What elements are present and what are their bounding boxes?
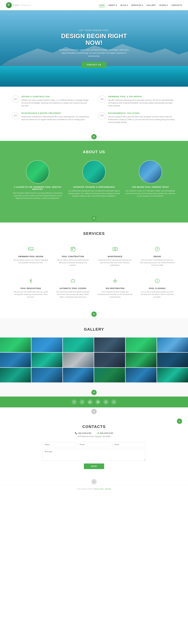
gallery-grid	[0, 338, 188, 382]
divider-arrow-1[interactable]: ▼	[91, 134, 97, 139]
service-title-1: SWIMMING POOL DESIGN	[13, 256, 48, 258]
service-item-5: POOL RENOVATIONS Has your pool seen bett…	[12, 274, 50, 301]
service-item-2: POOL CONSTRUCTION We are ready to bring …	[54, 242, 92, 270]
form-name-input[interactable]	[42, 442, 76, 447]
divider-arrow-2[interactable]: ▼	[91, 216, 97, 221]
feature-text-4: Are you looking to add a pool and spa to…	[108, 116, 176, 124]
form-phone-input[interactable]	[78, 442, 110, 447]
divider-arrow-3[interactable]: ▼	[91, 312, 97, 317]
gallery-section: GALLERY	[0, 318, 188, 388]
gallery-item-6[interactable]	[157, 338, 188, 352]
gallery-item-10[interactable]	[94, 352, 125, 367]
service-text-5: Has your pool seen better days? We can u…	[13, 291, 48, 298]
about-item-2: SUPERIOR TRAINING & PERFORMANCE Our cert…	[68, 160, 120, 200]
about-image-3	[139, 160, 162, 184]
hero-cta-button[interactable]: CONTACT US	[82, 62, 106, 68]
gallery-item-7[interactable]	[0, 352, 31, 367]
gallery-item-1[interactable]	[0, 338, 31, 352]
nav-gallery[interactable]: GALLERY	[146, 4, 156, 7]
feature-content-2: SWIMMING POOL & SPA REPAIR We offer exte…	[108, 96, 176, 107]
svg-line-14	[30, 281, 31, 281]
nav-contacts[interactable]: CONTACTS	[171, 4, 182, 7]
contact-phone-1: 📞 800-2345-6789	[75, 432, 91, 434]
gallery-item-4[interactable]	[94, 338, 125, 352]
service-icon-7	[111, 276, 120, 285]
feature-item-2: 02 SWIMMING POOL & SPA REPAIR We offer e…	[98, 96, 176, 107]
service-text-4: Don't let a leak or mechanical issue kee…	[140, 259, 175, 266]
feature-title-1: DESIGN & CONSTRUCTION	[22, 96, 90, 98]
svg-rect-5	[72, 249, 73, 250]
feature-item-4: 04 ENVIRONMENTAL SOLUTIONS Are you looki…	[98, 112, 176, 124]
nav-services[interactable]: SERVICES	[131, 4, 141, 7]
feature-title-2: SWIMMING POOL & SPA REPAIR	[108, 96, 176, 98]
gallery-item-8[interactable]	[32, 352, 62, 367]
nav-blog[interactable]: BLOG	[120, 4, 126, 7]
phone-icon-2: 🖷	[97, 432, 99, 434]
service-icon-3	[111, 245, 120, 254]
about-image-2	[82, 160, 106, 184]
footer-sitemap-link[interactable]: Sitemap	[105, 488, 111, 490]
gallery-item-13[interactable]	[0, 368, 31, 382]
form-email-input[interactable]	[112, 442, 146, 447]
feature-title-3: MAINTENANCE & WATER TREATMENT	[22, 112, 90, 114]
service-title-3: MAINTENANCE	[98, 256, 133, 258]
contact-phone-2: 🖷 800-2345-6790	[97, 432, 113, 434]
gallery-item-16[interactable]	[94, 368, 125, 382]
about-item-text-3: Our customers choose us for affordable, …	[124, 190, 176, 198]
social-vimeo[interactable]: v	[111, 400, 116, 404]
feature-number-3: 03	[12, 112, 19, 120]
service-title-4: REPAIR	[140, 256, 175, 258]
gallery-item-18[interactable]	[157, 368, 188, 382]
divider-arrow-4[interactable]: ▼	[91, 390, 97, 395]
service-item-6: AUTOMATIC POOL COVERS Our technicians in…	[54, 274, 92, 301]
svg-rect-6	[113, 248, 118, 250]
nav-home[interactable]: HOME	[99, 4, 105, 7]
social-facebook[interactable]: f	[72, 400, 77, 404]
contacts-plus-button[interactable]: +	[177, 418, 182, 424]
social-twitter[interactable]: t	[80, 400, 84, 404]
svg-text:?: ?	[156, 248, 158, 250]
nav-menu: HOME ABOUT ▾ BLOG ▾ SERVICES ▾ GALLERY P…	[99, 4, 182, 6]
gallery-item-17[interactable]	[126, 368, 156, 382]
hero-section: LET YOUR DREAM POOL DESIGN BEGIN RIGHT N…	[0, 10, 188, 87]
footer: Pool Company ©2014. Privacy Policy Sitem…	[0, 486, 188, 492]
service-title-8: POOL CLOSINGS	[140, 288, 175, 290]
gallery-item-9[interactable]	[63, 352, 94, 367]
gallery-item-14[interactable]	[32, 368, 62, 382]
service-title-2: POOL CONSTRUCTION	[55, 256, 90, 258]
gallery-title: GALLERY	[0, 327, 188, 332]
about-image-1	[26, 160, 49, 184]
service-title-5: POOL RENOVATIONS	[13, 288, 48, 290]
footer-privacy-link[interactable]: Privacy Policy	[94, 488, 104, 490]
service-item-7: SPA RESTORATION Pool Company has done mu…	[96, 274, 134, 301]
gallery-item-2[interactable]	[32, 338, 62, 352]
gallery-item-12[interactable]	[157, 352, 188, 367]
social-googleplus[interactable]: g+	[88, 400, 92, 404]
social-skype[interactable]: S	[104, 400, 108, 404]
social-instagram[interactable]	[96, 400, 100, 404]
service-text-2: We are ready to bring it into reality us…	[55, 259, 90, 266]
form-submit-button[interactable]: SEND	[84, 464, 104, 469]
form-message-input[interactable]	[42, 449, 146, 461]
gallery-item-3[interactable]	[63, 338, 94, 352]
nav-pages[interactable]: PAGES	[159, 4, 166, 7]
features-grid: 01 DESIGN & CONSTRUCTION Whether you wan…	[12, 96, 176, 124]
gallery-item-15[interactable]	[63, 368, 94, 382]
logo[interactable]: P POOL COMPANY	[6, 2, 32, 8]
services-section: SERVICES SWIMMING POOL DESIGN We can des…	[0, 222, 188, 310]
service-icon-1	[26, 245, 35, 254]
svg-point-28	[98, 402, 98, 402]
about-item-text-1: Pool Company's efforts focuses on increa…	[12, 192, 64, 200]
service-icon-2	[68, 245, 78, 254]
service-text-8: Let our service technicians prepare your…	[140, 291, 175, 298]
nav-about[interactable]: ABOUT	[108, 4, 116, 7]
about-title: ABOUT US	[12, 150, 176, 154]
feature-item-1: 01 DESIGN & CONSTRUCTION Whether you wan…	[12, 96, 90, 107]
about-item-title-2: SUPERIOR TRAINING & PERFORMANCE	[68, 186, 120, 188]
gallery-item-11[interactable]	[126, 352, 156, 367]
form-row-1	[42, 442, 146, 447]
features-section: 01 DESIGN & CONSTRUCTION Whether you wan…	[0, 87, 188, 132]
gallery-item-5[interactable]	[126, 338, 156, 352]
svg-line-17	[31, 282, 32, 283]
contacts-title: CONTACTS	[30, 424, 158, 429]
